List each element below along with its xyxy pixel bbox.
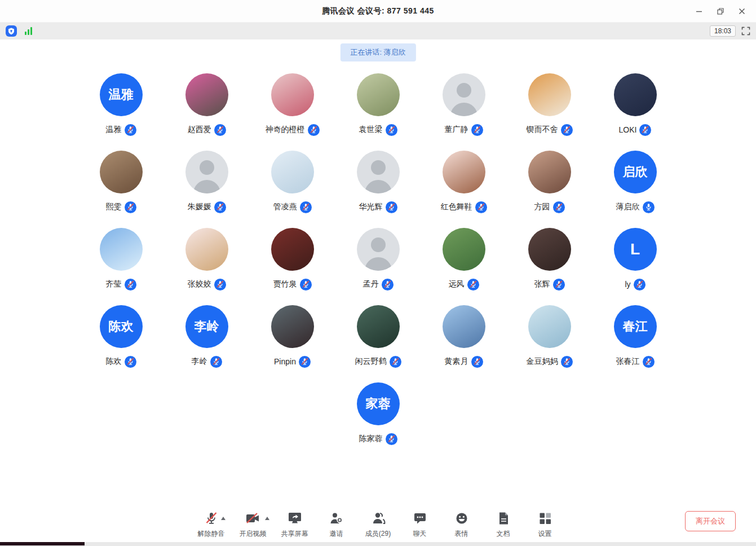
participant-tile[interactable]: 温雅温雅	[78, 73, 164, 136]
participant-tile[interactable]: 金豆妈妈	[507, 305, 593, 368]
avatar[interactable]	[528, 305, 571, 348]
participant-tile[interactable]: 家蓉陈家蓉	[335, 382, 421, 445]
toolbar-item-label: 表情	[455, 529, 468, 539]
avatar[interactable]	[271, 305, 314, 348]
avatar[interactable]	[443, 73, 485, 116]
avatar[interactable]	[528, 228, 571, 271]
participant-tile[interactable]: 张姣姣	[164, 228, 250, 290]
settings-icon	[538, 511, 552, 526]
avatar[interactable]	[357, 151, 400, 193]
participant-tile[interactable]: 孟丹	[335, 228, 421, 290]
participant-name: 金豆妈妈	[527, 356, 558, 367]
avatar[interactable]	[443, 151, 485, 193]
mic-muted-icon	[386, 201, 397, 213]
avatar[interactable]	[185, 151, 228, 193]
toolbar-item-chat[interactable]: 聊天	[399, 509, 441, 539]
participant-tile[interactable]: 袁世梁	[335, 73, 421, 136]
participant-tile[interactable]: 贾竹泉	[250, 228, 335, 290]
speaking-banner: 正在讲话: 薄启欣	[340, 43, 415, 61]
mic-muted-icon	[639, 124, 651, 136]
meeting-toolbar: 解除静音 开启视频 共享屏幕 邀请 成员(29) 聊天 表情	[0, 505, 756, 542]
participant-tile[interactable]: 远风	[421, 228, 507, 290]
fullscreen-icon[interactable]	[741, 27, 750, 36]
meeting-security-icon[interactable]	[6, 25, 17, 37]
chat-icon	[413, 511, 427, 526]
avatar[interactable]	[100, 151, 143, 193]
emoji-icon	[455, 511, 468, 526]
avatar[interactable]	[271, 151, 314, 193]
avatar[interactable]	[271, 73, 314, 116]
leave-meeting-button[interactable]: 离开会议	[685, 511, 736, 531]
avatar[interactable]: L	[614, 228, 657, 271]
avatar[interactable]	[528, 73, 571, 116]
participant-tile[interactable]: 陈欢陈欢	[78, 305, 164, 368]
mic-muted-icon	[300, 201, 312, 213]
participant-tile[interactable]: 李岭李岭	[164, 305, 250, 368]
avatar[interactable]: 家蓉	[357, 382, 400, 425]
caret-up-icon[interactable]	[265, 517, 269, 520]
toolbar-item-emoji[interactable]: 表情	[441, 509, 483, 539]
participant-tile[interactable]: 黄素月	[421, 305, 507, 368]
participant-tile[interactable]: 春江张春江	[593, 305, 678, 368]
participant-tile[interactable]: 赵西爱	[164, 73, 250, 136]
avatar[interactable]: 启欣	[614, 151, 657, 193]
participant-tile[interactable]: 董广静	[421, 73, 507, 136]
avatar[interactable]	[357, 305, 400, 348]
mic-muted-icon	[382, 279, 394, 290]
mic-muted-icon	[125, 124, 136, 136]
toolbar-item-invite[interactable]: 邀请	[316, 509, 357, 539]
close-button[interactable]	[733, 3, 750, 19]
participant-tile[interactable]: 启欣薄启欣	[593, 151, 678, 213]
avatar[interactable]	[185, 228, 228, 271]
toolbar-item-document[interactable]: 文档	[483, 509, 524, 539]
window-title: 腾讯会议 会议号: 877 591 445	[322, 6, 434, 16]
toolbar-item-mic-muted[interactable]: 解除静音	[191, 509, 232, 539]
toolbar-item-camera-off[interactable]: 开启视频	[232, 509, 274, 539]
toolbar-item-settings[interactable]: 设置	[524, 509, 566, 539]
toolbar-item-label: 设置	[538, 529, 552, 539]
document-icon	[497, 511, 510, 526]
participant-tile[interactable]: 锲而不舍	[507, 73, 593, 136]
avatar[interactable]	[357, 228, 400, 271]
avatar[interactable]	[443, 305, 485, 348]
participant-tile[interactable]: 红色舞鞋	[421, 151, 507, 213]
participant-tile[interactable]: 方园	[507, 151, 593, 213]
participant-tile[interactable]: 管凌燕	[250, 151, 335, 213]
avatar[interactable]	[100, 228, 143, 271]
caret-up-icon[interactable]	[221, 517, 226, 520]
network-signal-icon[interactable]	[25, 27, 32, 35]
toolbar-item-members[interactable]: 成员(29)	[357, 509, 399, 539]
participant-name: 锲而不舍	[527, 125, 558, 135]
participant-tile[interactable]: 朱媛媛	[164, 151, 250, 213]
participant-tile[interactable]: 闲云野鹤	[335, 305, 421, 368]
avatar[interactable]	[271, 228, 314, 271]
avatar[interactable]: 温雅	[100, 73, 143, 116]
participant-name: 方园	[534, 202, 550, 212]
participant-tile[interactable]: LOKI	[593, 73, 678, 136]
avatar[interactable]	[357, 73, 400, 116]
mic-muted-icon	[386, 433, 397, 445]
participant-name: 薄启欣	[616, 202, 640, 212]
avatar[interactable]	[528, 151, 571, 193]
participant-name: 陈欢	[106, 356, 122, 367]
participant-row: 家蓉陈家蓉	[0, 382, 756, 445]
participant-tile[interactable]: Lly	[593, 228, 678, 290]
toolbar-item-share-screen[interactable]: 共享屏幕	[274, 509, 316, 539]
restore-button[interactable]	[712, 3, 729, 19]
avatar[interactable]	[443, 228, 485, 271]
avatar[interactable]	[185, 73, 228, 116]
avatar[interactable]: 陈欢	[100, 305, 143, 348]
participant-name: 华光辉	[359, 202, 383, 212]
participant-tile[interactable]: 熙雯	[78, 151, 164, 213]
participant-tile[interactable]: 齐莹	[78, 228, 164, 290]
toolbar-item-label: 文档	[497, 529, 510, 539]
minimize-button[interactable]	[691, 3, 708, 19]
avatar[interactable]: 春江	[614, 305, 657, 348]
participant-tile[interactable]: 神奇的橙橙	[250, 73, 335, 136]
participant-tile[interactable]: Pinpin	[250, 305, 335, 368]
participant-tile[interactable]: 张辉	[507, 228, 593, 290]
avatar[interactable]	[614, 73, 657, 116]
avatar[interactable]: 李岭	[185, 305, 228, 348]
participant-tile[interactable]: 华光辉	[335, 151, 421, 213]
toolbar-item-label: 邀请	[330, 529, 343, 539]
